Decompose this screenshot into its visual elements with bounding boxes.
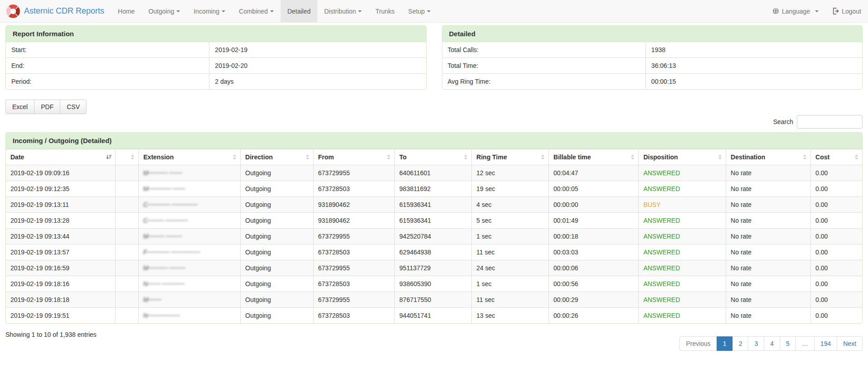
nav-item-home[interactable]: Home xyxy=(111,0,141,22)
page-2[interactable]: 2 xyxy=(733,336,749,351)
sort-icon xyxy=(305,154,310,160)
table-row: 2019-02-19 09:19:51N~~~~~~~~~~Outgoing67… xyxy=(6,308,862,324)
nav-item-combined[interactable]: Combined xyxy=(232,0,281,22)
cell-billable-time: 00:03:03 xyxy=(549,244,639,260)
cell-from: 673728503 xyxy=(313,244,394,260)
cell-date: 2019-02-19 09:09:16 xyxy=(6,165,116,181)
logout-button[interactable]: Logout xyxy=(825,0,868,22)
col-header-direction[interactable]: Direction xyxy=(241,149,314,165)
cell-disposition: ANSWERED xyxy=(639,181,726,197)
col-header-cost[interactable]: Cost xyxy=(811,149,862,165)
cell-to: 942520784 xyxy=(395,229,472,244)
page-3[interactable]: 3 xyxy=(748,336,764,351)
search-input[interactable] xyxy=(797,115,863,129)
cell-from: 673729955 xyxy=(313,165,394,181)
page-1-link[interactable]: 1 xyxy=(717,336,733,351)
table-row: 2019-02-19 09:13:28C~~~~~ ~~~~~~~Outgoin… xyxy=(6,213,862,229)
nav-item-label: Trunks xyxy=(375,8,394,15)
export-pdf-button[interactable]: PDF xyxy=(34,100,60,114)
sort-icon xyxy=(630,154,635,160)
cell-direction: Outgoing xyxy=(241,292,314,308)
col-header-to[interactable]: To xyxy=(395,149,472,165)
col-header-label: From xyxy=(318,153,334,161)
info-row: Total Calls:1938 xyxy=(442,42,863,57)
col-header-label: Cost xyxy=(815,153,829,161)
export-csv-button[interactable]: CSV xyxy=(60,100,87,114)
sort-icon xyxy=(540,154,545,160)
col-header-extension[interactable]: Extension xyxy=(139,149,241,165)
page-next-link[interactable]: Next xyxy=(837,336,863,351)
col-header-destination[interactable]: Destination xyxy=(726,149,811,165)
cell-to: 876717550 xyxy=(395,292,472,308)
cell-extension: C~~~~~ ~~~~~~~ xyxy=(139,213,241,229)
info-value: 1938 xyxy=(646,42,862,57)
col-header-disposition[interactable]: Disposition xyxy=(639,149,726,165)
page-ellipsis[interactable]: … xyxy=(796,336,815,351)
nav-item-outgoing[interactable]: Outgoing xyxy=(141,0,187,22)
cell-billable-time: 00:00:06 xyxy=(549,260,639,276)
cell-destination: No rate xyxy=(726,181,811,197)
info-value: 36:06:13 xyxy=(646,58,862,73)
export-excel-button[interactable]: Excel xyxy=(5,100,34,114)
redacted-extension-name: M~~~~~~ ~~~~ xyxy=(143,169,182,177)
cell-from: 931890462 xyxy=(313,197,394,213)
info-row: Start:2019-02-19 xyxy=(6,42,426,57)
nav-item-label: Setup xyxy=(408,8,425,15)
nav-item-incoming[interactable]: Incoming xyxy=(187,0,232,22)
cell-destination: No rate xyxy=(726,229,811,244)
page-4[interactable]: 4 xyxy=(764,336,780,351)
nav-item-detailed[interactable]: Detailed xyxy=(281,0,317,22)
table-row: 2019-02-19 09:12:35M~~~~~~~ ~~~~Outgoing… xyxy=(6,181,862,197)
language-menu[interactable]: Language xyxy=(766,0,825,22)
col-header-date[interactable]: Date xyxy=(6,149,116,165)
col-header-from[interactable]: From xyxy=(313,149,394,165)
page-previous[interactable]: Previous xyxy=(679,336,717,351)
col-header-label: Disposition xyxy=(643,153,678,161)
col-header-ring-time[interactable]: Ring Time xyxy=(472,149,549,165)
cell-destination: No rate xyxy=(726,165,811,181)
nav-item-distribution[interactable]: Distribution xyxy=(317,0,369,22)
cell-extension: C~~~~~~~ ~~~~~~~~ xyxy=(139,197,241,213)
col-header-blank[interactable] xyxy=(116,149,139,165)
nav-item-label: Detailed xyxy=(287,8,310,15)
cell-ring-time: 5 sec xyxy=(472,213,549,229)
globe-icon xyxy=(772,8,779,14)
nav-item-setup[interactable]: Setup xyxy=(402,0,438,22)
cell-to: 615936341 xyxy=(395,213,472,229)
cell-extension: M~~~~~ ~~~~~ xyxy=(139,229,241,244)
page-5-link[interactable]: 5 xyxy=(780,336,796,351)
page-1[interactable]: 1 xyxy=(717,336,733,351)
page-next[interactable]: Next xyxy=(837,336,863,351)
cell-blank xyxy=(116,292,139,308)
nav-item-trunks[interactable]: Trunks xyxy=(369,0,401,22)
cell-date: 2019-02-19 09:13:28 xyxy=(6,213,116,229)
cell-ring-time: 4 sec xyxy=(472,197,549,213)
page-previous-link[interactable]: Previous xyxy=(679,336,717,351)
cell-ring-time: 1 sec xyxy=(472,276,549,292)
page-3-link[interactable]: 3 xyxy=(748,336,764,351)
report-information-body: Start:2019-02-19End:2019-02-20Period:2 d… xyxy=(6,42,426,89)
col-header-billable-time[interactable]: Billable time xyxy=(549,149,639,165)
page-4-link[interactable]: 4 xyxy=(764,336,780,351)
page-2-link[interactable]: 2 xyxy=(732,336,749,351)
nav-item-label: Combined xyxy=(239,8,268,15)
summary-panels: Report Information Start:2019-02-19End:2… xyxy=(0,25,868,90)
col-header-label: To xyxy=(399,153,407,161)
table-row: 2019-02-19 09:13:44M~~~~~ ~~~~~Outgoing6… xyxy=(6,229,862,244)
navbar: Asternic CDR Reports HomeOutgoingIncomin… xyxy=(0,0,868,23)
caret-down-icon xyxy=(358,10,362,12)
page-ellipsis-link[interactable]: … xyxy=(795,336,815,351)
page-5[interactable]: 5 xyxy=(780,336,796,351)
redacted-extension-name: M~~~~~~~ ~~~~ xyxy=(143,185,185,192)
cell-blank xyxy=(116,244,139,260)
nav-item-label: Home xyxy=(118,8,135,15)
col-header-label: Date xyxy=(10,153,24,161)
nav-right: Language Logout xyxy=(766,0,868,22)
sort-icon xyxy=(718,154,723,160)
page-194-link[interactable]: 194 xyxy=(814,336,837,351)
page-194[interactable]: 194 xyxy=(815,336,837,351)
cell-cost: 0.00 xyxy=(811,276,862,292)
cell-destination: No rate xyxy=(726,213,811,229)
brand[interactable]: Asternic CDR Reports xyxy=(0,0,111,22)
cell-ring-time: 12 sec xyxy=(472,165,549,181)
